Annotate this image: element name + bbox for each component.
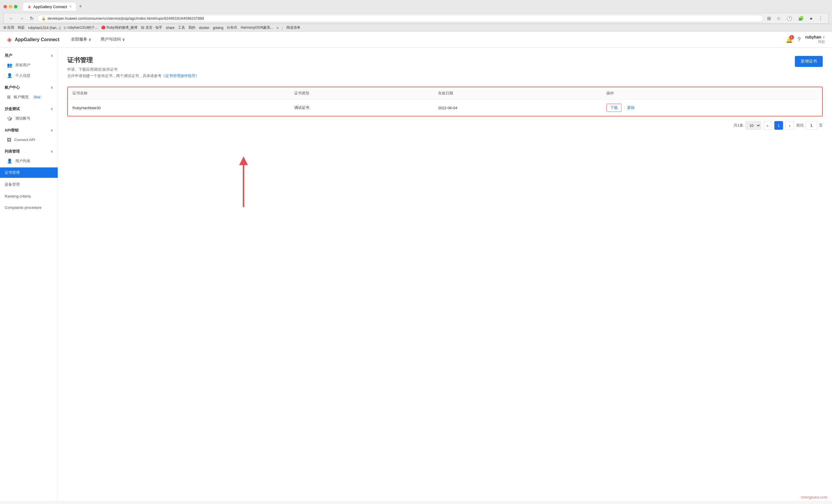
notification-bell[interactable]: 🔔 1 bbox=[786, 36, 793, 43]
profile-icon[interactable]: ● bbox=[808, 16, 814, 22]
sidebar-item-device-management[interactable]: 设备管理 bbox=[0, 178, 58, 191]
star-icon[interactable]: ☆ bbox=[775, 15, 782, 22]
bookmark-mine[interactable]: 我的 bbox=[188, 25, 196, 30]
back-button[interactable]: ← bbox=[7, 16, 16, 22]
forward-button[interactable]: → bbox=[18, 16, 26, 22]
main-content: 证书管理 申请、下载应用调试/发布证书 允许申请创建一个发布证书，两个调试证书，… bbox=[58, 48, 832, 501]
next-page-button[interactable]: › bbox=[785, 121, 794, 130]
sidebar-item-connect-api[interactable]: 🖼 Connect API bbox=[0, 135, 58, 145]
traffic-light-yellow[interactable] bbox=[9, 5, 12, 8]
collapse-icon: ∧ bbox=[50, 107, 53, 111]
cell-cert-type: 调试证书 bbox=[290, 100, 434, 116]
pagination: 共1条 10 20 50 ‹ 1 › 前往 页 bbox=[67, 121, 823, 130]
user-menu[interactable]: rubyhan ∨ 韩茹 bbox=[805, 35, 825, 44]
bookmark-hanru[interactable]: 韩茹 bbox=[18, 25, 25, 30]
bookmark-share[interactable]: share bbox=[166, 26, 175, 30]
table-row: RubyHanMate30 调试证书 2022-06-04 下载 | 废除 bbox=[68, 100, 822, 116]
user-subtitle: 韩茹 bbox=[818, 39, 825, 44]
sidebar-item-test-account[interactable]: 🎲 测试帐号 bbox=[0, 113, 58, 124]
tab-close-button[interactable]: × bbox=[69, 5, 71, 9]
help-icon[interactable]: ? bbox=[798, 36, 801, 43]
browser-tab-active[interactable]: ◈ AppGallery Connect × bbox=[23, 3, 76, 11]
sidebar-item-complaints-procedure[interactable]: Complaints procedure bbox=[0, 202, 58, 213]
bookmark-tools[interactable]: 工具 bbox=[178, 25, 185, 30]
page-subtitle-2: 允许申请创建一个发布证书，两个调试证书，具体请参考《证书管理操作指导》 bbox=[67, 73, 199, 79]
list-icon: 👤 bbox=[7, 159, 12, 164]
read-mode[interactable]: 阅读清单 bbox=[286, 25, 300, 30]
download-button[interactable]: 下载 bbox=[606, 104, 622, 112]
bookmark-distributed[interactable]: 分布式 bbox=[227, 25, 237, 30]
col-header-action: 操作 bbox=[602, 87, 822, 100]
sidebar-section-header-api[interactable]: API密钥 ∧ bbox=[0, 125, 58, 135]
logo-text: AppGallery Connect bbox=[15, 37, 59, 42]
sidebar: 用户 ∧ 👥 所有用户 👤 个人信息 账户中心 ∧ bbox=[0, 48, 58, 501]
api-icon: 🖼 bbox=[7, 137, 11, 142]
traffic-light-green[interactable] bbox=[14, 5, 18, 8]
nav-all-services[interactable]: 全部服务 ∨ bbox=[71, 32, 91, 47]
extensions-icon[interactable]: 🧩 bbox=[796, 15, 806, 22]
bookmarks-more[interactable]: » bbox=[277, 26, 279, 30]
chevron-down-icon: ∨ bbox=[122, 37, 125, 42]
app-header: ◈ AppGallery Connect 全部服务 ∨ 用户与访问 ∨ 🔔 1 … bbox=[0, 32, 832, 48]
app-body: 用户 ∧ 👥 所有用户 👤 个人信息 账户中心 ∧ bbox=[0, 48, 832, 501]
bookmark-rubyhan-profile[interactable]: ▷ rubyhan1314的个... bbox=[64, 25, 98, 30]
page-header-left: 证书管理 申请、下载应用调试/发布证书 允许申请创建一个发布证书，两个调试证书，… bbox=[67, 56, 199, 80]
traffic-light-red[interactable] bbox=[3, 5, 7, 8]
page-1-button[interactable]: 1 bbox=[774, 121, 783, 130]
new-cert-button[interactable]: 新增证书 bbox=[795, 56, 823, 67]
sidebar-item-account-overview[interactable]: ⊞ 账户概览 Beta bbox=[0, 92, 58, 102]
goto-page: 前往 页 bbox=[796, 121, 823, 130]
sidebar-section-sandbox: 沙盒测试 ∧ 🎲 测试帐号 bbox=[0, 104, 58, 124]
arrow-annotation bbox=[232, 155, 255, 214]
user-chevron-icon: ∨ bbox=[823, 35, 825, 39]
translate-icon[interactable]: ⊞ bbox=[765, 15, 773, 22]
header-right: 🔔 1 ? rubyhan ∨ 韩茹 bbox=[786, 35, 825, 44]
sidebar-item-user-list[interactable]: 👤 用户列表 bbox=[0, 156, 58, 166]
bookmark-apps[interactable]: ⊞ 应用 bbox=[3, 25, 14, 30]
collapse-icon: ∧ bbox=[50, 149, 53, 153]
total-count: 共1条 bbox=[734, 123, 743, 128]
address-bar[interactable]: 🔒 developer.huawei.com/consumer/cn/servi… bbox=[37, 15, 763, 22]
sidebar-section-header-list[interactable]: 列表管理 ∧ bbox=[0, 146, 58, 156]
test-icon: 🎲 bbox=[7, 116, 12, 121]
cert-guide-link[interactable]: 《证书管理操作指导》 bbox=[161, 74, 199, 78]
bookmark-docker[interactable]: docker bbox=[199, 26, 209, 30]
cell-cert-name: RubyHanMate30 bbox=[68, 100, 290, 116]
history-icon[interactable]: 🕐 bbox=[785, 15, 794, 22]
sidebar-item-personal-info[interactable]: 👤 个人信息 bbox=[0, 71, 58, 81]
bookmark-rubyhan[interactable]: rubyhan1314 (han...) bbox=[28, 26, 60, 30]
sidebar-section-header-account[interactable]: 账户中心 ∧ bbox=[0, 82, 58, 92]
bookmark-golang[interactable]: golang bbox=[213, 26, 223, 30]
sidebar-section-header-users[interactable]: 用户 ∧ bbox=[0, 50, 58, 60]
collapse-icon: ∧ bbox=[50, 128, 53, 132]
refresh-button[interactable]: ↻ bbox=[28, 15, 35, 22]
watermark: chengxuka.com bbox=[801, 495, 827, 499]
sidebar-item-ranking-criteria[interactable]: Ranking criteria bbox=[0, 191, 58, 202]
svg-marker-1 bbox=[239, 157, 248, 165]
col-header-name: 证书名称 bbox=[68, 87, 290, 100]
bookmark-weibo[interactable]: 🔴 Ruby韩的微博_微博 bbox=[101, 25, 137, 30]
new-tab-button[interactable]: + bbox=[77, 2, 84, 11]
tab-title: AppGallery Connect bbox=[33, 5, 67, 9]
goto-page-input[interactable] bbox=[806, 121, 817, 130]
collapse-icon: ∧ bbox=[50, 54, 53, 58]
chevron-down-icon: ∨ bbox=[88, 37, 91, 42]
cert-table-wrapper: 证书名称 证书类型 失效日期 操作 RubyHanMate30 调试证书 202… bbox=[67, 87, 823, 116]
sidebar-item-all-users[interactable]: 👥 所有用户 bbox=[0, 60, 58, 71]
menu-icon[interactable]: ⋮ bbox=[816, 15, 825, 22]
app-logo[interactable]: ◈ AppGallery Connect bbox=[7, 36, 59, 44]
cert-table: 证书名称 证书类型 失效日期 操作 RubyHanMate30 调试证书 202… bbox=[68, 87, 822, 116]
cell-cert-actions: 下载 | 废除 bbox=[602, 100, 822, 116]
prev-page-button[interactable]: ‹ bbox=[763, 121, 772, 130]
collapse-icon: ∧ bbox=[50, 85, 53, 89]
nav-user-access[interactable]: 用户与访问 ∨ bbox=[101, 32, 125, 47]
sidebar-item-cert-management[interactable]: 证书管理 bbox=[0, 167, 58, 178]
revoke-button[interactable]: 废除 bbox=[627, 106, 634, 110]
bookmark-harmonyos[interactable]: HarmonyOS鸿蒙系... bbox=[241, 25, 273, 30]
page-size-select[interactable]: 10 20 50 bbox=[746, 121, 761, 130]
bookmark-zhihu[interactable]: 知 首页 - 知乎 bbox=[141, 25, 162, 30]
col-header-type: 证书类型 bbox=[290, 87, 434, 100]
notification-badge: 1 bbox=[789, 35, 794, 40]
overview-icon: ⊞ bbox=[7, 94, 11, 100]
sidebar-section-header-sandbox[interactable]: 沙盒测试 ∧ bbox=[0, 104, 58, 113]
